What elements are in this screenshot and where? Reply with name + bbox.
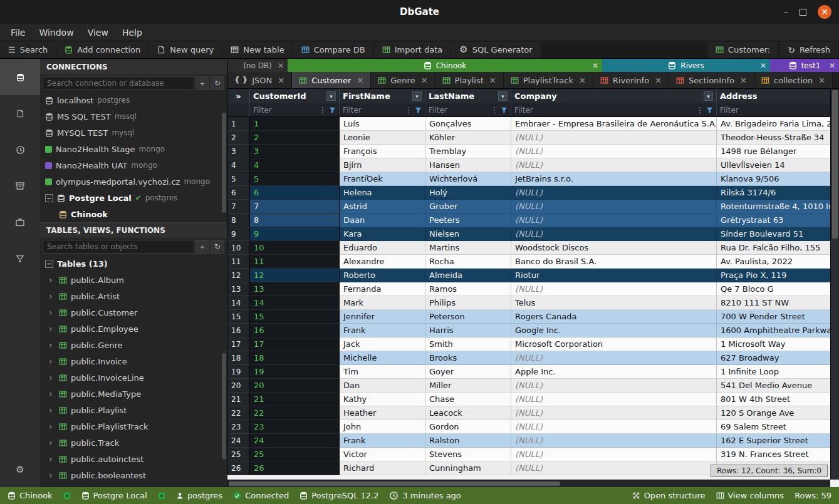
column-header-customerid[interactable]: CustomerId ▾ — [250, 89, 340, 103]
cell-company[interactable]: (NULL) — [511, 158, 717, 172]
cell-lastname[interactable]: Ramos — [425, 282, 511, 296]
table-item-public-invoice[interactable]: › public.Invoice — [40, 353, 227, 369]
maximize-button[interactable] — [800, 9, 806, 16]
cell-lastname[interactable]: Philips — [425, 296, 511, 310]
close-icon[interactable]: ✕ — [818, 76, 825, 85]
table-row[interactable]: 2323JohnGordon(NULL)69 Salem Street — [227, 420, 839, 434]
menu-window[interactable]: Window — [32, 26, 80, 39]
column-header-address[interactable]: Address — [717, 89, 839, 103]
close-icon[interactable]: ✕ — [829, 61, 835, 70]
cell-lastname[interactable]: Hansen — [425, 158, 511, 172]
menu-file[interactable]: File — [4, 26, 32, 39]
chevron-right-icon[interactable]: › — [49, 454, 55, 464]
toolbar-button-sql-generator[interactable]: ⚙SQL Generator — [451, 41, 541, 58]
tab-playlist[interactable]: Playlist ✕ — [435, 72, 504, 88]
cell-customerid[interactable]: 2 — [250, 131, 340, 145]
cell-address[interactable]: Klanova 9/506 — [717, 172, 839, 186]
statusbar-rows-59[interactable]: Rows: 59 — [795, 491, 831, 500]
cell-firstname[interactable]: Heather — [340, 406, 425, 420]
connection-localhost[interactable]: localhost postgres — [40, 92, 227, 108]
table-row[interactable]: 1111AlexandreRochaBanco do Brasil S.A.Av… — [227, 255, 839, 269]
table-item-public-invoiceline[interactable]: › public.InvoiceLine — [40, 369, 227, 386]
cell-company[interactable]: (NULL) — [511, 351, 717, 365]
connection-mysql-test[interactable]: MYSQL TEST mysql — [40, 125, 227, 141]
cell-customerid[interactable]: 20 — [250, 379, 340, 393]
collapse-icon[interactable]: − — [45, 260, 53, 268]
cell-customerid[interactable]: 25 — [250, 448, 340, 461]
cell-customerid[interactable]: 4 — [250, 158, 340, 172]
close-icon[interactable]: ✕ — [278, 76, 284, 85]
menu-view[interactable]: View — [81, 26, 115, 39]
cell-firstname[interactable]: Roberto — [340, 269, 425, 282]
cell-address[interactable]: Qe 7 Bloco G — [717, 282, 839, 296]
tables-scrollbar[interactable] — [222, 353, 226, 460]
cell-customerid[interactable]: 6 — [250, 186, 340, 200]
cell-company[interactable]: (NULL) — [511, 227, 717, 241]
cell-lastname[interactable]: Wichterlová — [425, 172, 511, 186]
cell-lastname[interactable]: Goyer — [425, 365, 511, 379]
cell-company[interactable]: Rogers Canada — [511, 310, 717, 324]
chevron-right-icon[interactable]: › — [49, 275, 55, 285]
filter-input-company[interactable]: Filter ⋮ — [511, 103, 717, 116]
tab-riverinfo[interactable]: RiverInfo ✕ — [593, 72, 669, 88]
tab-playlisttrack[interactable]: PlaylistTrack ✕ — [504, 72, 593, 88]
cell-customerid[interactable]: 14 — [250, 296, 340, 310]
funnel-icon[interactable] — [415, 106, 422, 113]
table-item-public-employee[interactable]: › public.Employee — [40, 321, 227, 337]
cell-company[interactable]: JetBrains s.r.o. — [511, 172, 717, 186]
chevron-right-icon[interactable]: › — [49, 389, 55, 399]
cell-lastname[interactable]: Leacock — [425, 406, 511, 420]
cell-customerid[interactable]: 22 — [250, 406, 340, 420]
cell-company[interactable]: Embraer - Empresa Brasileira de Aeronáut… — [511, 117, 717, 131]
close-icon[interactable]: ✕ — [740, 76, 747, 85]
cell-lastname[interactable]: Rocha — [425, 255, 511, 269]
table-row[interactable]: 55FrantiΌekWichterlováJetBrains s.r.o.Kl… — [227, 172, 839, 186]
table-item-public-album[interactable]: › public.Album — [40, 272, 227, 288]
table-row[interactable]: 2020DanMiller(NULL)541 Del Medio Avenue — [227, 379, 839, 393]
close-icon[interactable]: ✕ — [357, 76, 363, 85]
chevron-down-icon[interactable]: ▾ — [412, 91, 422, 101]
cell-customerid[interactable]: 21 — [250, 393, 340, 406]
cell-address[interactable]: 319 N. Frances Street — [717, 448, 839, 461]
cell-firstname[interactable]: Jennifer — [340, 310, 425, 324]
funnel-icon[interactable] — [706, 106, 713, 113]
cell-firstname[interactable]: Luís — [340, 117, 425, 131]
table-item-public-playlist[interactable]: › public.Playlist — [40, 402, 227, 418]
cell-lastname[interactable]: Nielsen — [425, 227, 511, 241]
cell-address[interactable]: 120 S Orange Ave — [717, 406, 839, 420]
chevron-right-icon[interactable]: › — [49, 470, 55, 480]
cell-firstname[interactable]: Tim — [340, 365, 425, 379]
cell-lastname[interactable]: Gordon — [425, 420, 511, 434]
table-row[interactable]: 1010EduardoMartinsWoodstock DiscosRua Dr… — [227, 241, 839, 255]
cell-firstname[interactable]: Victor — [340, 448, 425, 461]
cell-lastname[interactable]: Martins — [425, 241, 511, 255]
cell-lastname[interactable]: Holý — [425, 186, 511, 200]
chevron-right-icon[interactable]: › — [49, 373, 55, 383]
column-header-company[interactable]: Company ▾ — [511, 89, 717, 103]
cell-customerid[interactable]: 5 — [250, 172, 340, 186]
table-row[interactable]: 2525VictorStevens(NULL)319 N. Frances St… — [227, 448, 839, 461]
cell-customerid[interactable]: 26 — [250, 461, 340, 475]
connection-nano2health-stage[interactable]: Nano2Health Stage mongo — [40, 141, 227, 157]
cell-address[interactable]: 1498 rue Bélanger — [717, 145, 839, 158]
statusbar-led[interactable] — [63, 491, 71, 500]
cell-company[interactable]: Banco do Brasil S.A. — [511, 255, 717, 269]
cell-address[interactable]: Rilská 3174/6 — [717, 186, 839, 200]
activity-filter-button[interactable] — [0, 240, 40, 277]
cell-firstname[interactable]: Fernanda — [340, 282, 425, 296]
activity-briefcase-button[interactable] — [0, 204, 40, 240]
chevron-right-icon[interactable]: › — [49, 324, 55, 334]
cell-customerid[interactable]: 18 — [250, 351, 340, 365]
toolbar-button-add-connection[interactable]: Add connection — [56, 41, 149, 58]
cell-firstname[interactable]: Alexandre — [340, 255, 425, 269]
cell-customerid[interactable]: 19 — [250, 365, 340, 379]
cell-firstname[interactable]: Eduardo — [340, 241, 425, 255]
cell-company[interactable]: (NULL) — [511, 393, 717, 406]
table-row[interactable]: 44BjírnHansen(NULL)Ullevĺlsveien 14 — [227, 158, 839, 172]
cell-lastname[interactable]: Köhler — [425, 131, 511, 145]
cell-firstname[interactable]: Helena — [340, 186, 425, 200]
cell-company[interactable]: Woodstock Discos — [511, 241, 717, 255]
cell-lastname[interactable]: Cunningham — [425, 461, 511, 475]
chevron-down-icon[interactable]: ▾ — [704, 91, 713, 101]
cell-company[interactable]: (NULL) — [511, 131, 717, 145]
